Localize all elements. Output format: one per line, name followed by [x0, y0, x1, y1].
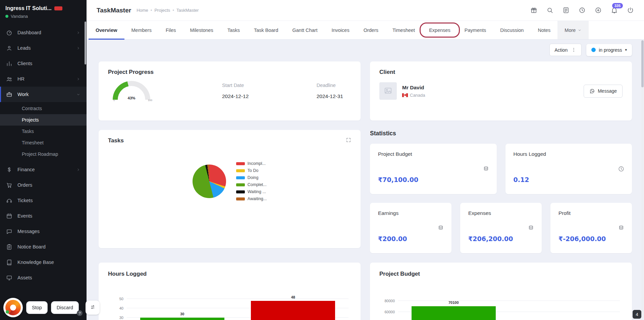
sidebar-item-assets[interactable]: Assets — [0, 270, 87, 285]
start-date-value: 2024-12-12 — [222, 93, 249, 99]
messages-icon — [6, 228, 13, 235]
message-button[interactable]: Message — [584, 85, 623, 98]
legend-swatch — [236, 183, 245, 186]
status-label: in progress — [599, 47, 622, 53]
tab-label: Tasks — [227, 28, 240, 33]
tab-overview[interactable]: Overview — [89, 21, 124, 39]
breadcrumb-item-projects[interactable]: Projects — [154, 8, 170, 13]
stat-value: ₹-206,000.00 — [558, 235, 606, 242]
tab-gantt-chart[interactable]: Gantt Chart — [285, 21, 325, 39]
sidebar-item-tickets[interactable]: Tickets — [0, 193, 87, 208]
sidebar-item-orders[interactable]: Orders — [0, 177, 87, 193]
page-title: TaskMaster — [97, 7, 131, 14]
bar-value-label: 48 — [238, 295, 349, 299]
add-icon[interactable] — [595, 7, 602, 14]
sidebar-item-knowledge-base[interactable]: Knowledge Base — [0, 255, 87, 270]
tab-payments[interactable]: Payments — [458, 21, 493, 39]
legend-swatch — [236, 190, 245, 193]
sidebar-item-finance[interactable]: Finance — [0, 162, 87, 177]
tab-notes[interactable]: Notes — [531, 21, 557, 39]
sidebar-item-label: Clients — [17, 61, 32, 66]
swap-button[interactable] — [86, 301, 100, 315]
stat-label: Earnings — [378, 210, 443, 216]
tab-timesheet[interactable]: Timesheet — [385, 21, 422, 39]
tab-orders[interactable]: Orders — [357, 21, 385, 39]
tab-more[interactable]: More — [557, 21, 589, 39]
finance-icon — [6, 166, 13, 173]
company-switcher[interactable]: Ingress IT Soluti... Vandana — [0, 0, 87, 22]
tab-discussion[interactable]: Discussion — [493, 21, 531, 39]
sidebar-item-messages[interactable]: Messages — [0, 224, 87, 239]
help-badge[interactable]: ? — [77, 310, 83, 316]
action-button[interactable]: Action — [549, 44, 582, 56]
search-icon[interactable] — [546, 7, 553, 14]
sidebar-subitem-tasks[interactable]: Tasks — [0, 126, 87, 137]
sidebar-scrollbar[interactable] — [85, 21, 86, 64]
sidebar-subitem-timesheet[interactable]: Timesheet — [0, 137, 87, 148]
gift-icon[interactable] — [530, 7, 537, 14]
sidebar-item-label: Knowledge Base — [17, 260, 54, 265]
sidebar-item-notice-board[interactable]: Notice Board — [0, 239, 87, 255]
tab-milestones[interactable]: Milestones — [183, 21, 220, 39]
legend-swatch — [236, 176, 245, 179]
stat-label: Expenses — [468, 210, 534, 216]
sidebar-item-events[interactable]: Events — [0, 208, 87, 224]
tab-invoices[interactable]: Invoices — [324, 21, 356, 39]
topbar: TaskMaster Home•Projects•TaskMaster 335 — [87, 0, 644, 21]
notes-icon[interactable] — [562, 7, 570, 14]
tab-members[interactable]: Members — [124, 21, 159, 39]
stat-value: ₹206,200.00 — [468, 235, 513, 242]
legend-item-waiting[interactable]: Waiting ... — [236, 189, 267, 194]
legend-item-to-do[interactable]: To Do — [236, 168, 267, 173]
coins-icon — [483, 166, 489, 172]
content: Action in progress ▾ Project Progress — [87, 40, 644, 320]
company-name: Ingress IT Soluti... — [5, 5, 52, 11]
status-dot — [591, 48, 596, 52]
sidebar-item-dashboard[interactable]: Dashboard — [0, 25, 87, 40]
legend-item-complet[interactable]: Complet... — [236, 182, 267, 187]
legend-label: Complet... — [248, 182, 267, 187]
app-root: Ingress IT Soluti... Vandana DashboardLe… — [0, 0, 644, 320]
page-scrollbar-thumb[interactable] — [641, 40, 644, 87]
tab-tasks[interactable]: Tasks — [220, 21, 247, 39]
hours-logged-bar-chart: 3040503048 — [127, 289, 348, 320]
sidebar-item-label: Dashboard — [17, 30, 41, 35]
tab-label: Payments — [465, 28, 486, 33]
legend-label: To Do — [248, 168, 259, 173]
sidebar-subitem-projects[interactable]: Projects — [0, 114, 87, 126]
tasks-pie-chart — [193, 165, 226, 198]
expand-icon[interactable] — [346, 137, 351, 143]
main-area: TaskMaster Home•Projects•TaskMaster 335 … — [87, 0, 644, 320]
legend-item-incompl[interactable]: Incompl... — [236, 161, 267, 166]
notifications-icon[interactable]: 335 — [611, 7, 618, 14]
history-icon[interactable] — [579, 7, 586, 14]
tab-expenses[interactable]: Expenses — [422, 21, 458, 39]
logout-icon[interactable] — [627, 7, 634, 14]
sidebar-item-clients[interactable]: Clients — [0, 56, 87, 71]
sidebar-item-label: Assets — [17, 275, 32, 280]
sidebar-item-work[interactable]: Work — [0, 87, 87, 102]
sidebar-item-leads[interactable]: Leads — [0, 40, 87, 56]
status-dropdown[interactable]: in progress ▾ — [586, 44, 632, 56]
discard-recording-button[interactable]: Discard — [51, 301, 79, 314]
tab-files[interactable]: Files — [159, 21, 183, 39]
sidebar-subitem-contracts[interactable]: Contracts — [0, 103, 87, 114]
tab-label: Task Board — [254, 28, 278, 33]
stat-label: Project Budget — [378, 151, 489, 157]
client-country: Canada — [410, 93, 425, 98]
y-tick-label: 30 — [108, 316, 123, 320]
tab-task-board[interactable]: Task Board — [247, 21, 285, 39]
screen-recorder-controls: Stop Discard — [3, 298, 100, 317]
tickets-icon — [6, 197, 13, 204]
stat-label: Hours Logged — [514, 151, 624, 157]
sidebar-item-label: HR — [17, 76, 24, 82]
recorder-logo[interactable] — [3, 298, 23, 317]
breadcrumb-item-home[interactable]: Home — [137, 8, 148, 13]
sidebar-subitem-project-roadmap[interactable]: Project Roadmap — [0, 148, 87, 160]
legend-item-doing[interactable]: Doing — [236, 175, 267, 180]
breadcrumb: Home•Projects•TaskMaster — [137, 8, 199, 13]
legend-item-awaiting[interactable]: Awaiting... — [236, 196, 267, 201]
sidebar-item-hr[interactable]: HR — [0, 71, 87, 87]
breadcrumb-separator: • — [172, 8, 174, 13]
stop-recording-button[interactable]: Stop — [26, 301, 48, 314]
